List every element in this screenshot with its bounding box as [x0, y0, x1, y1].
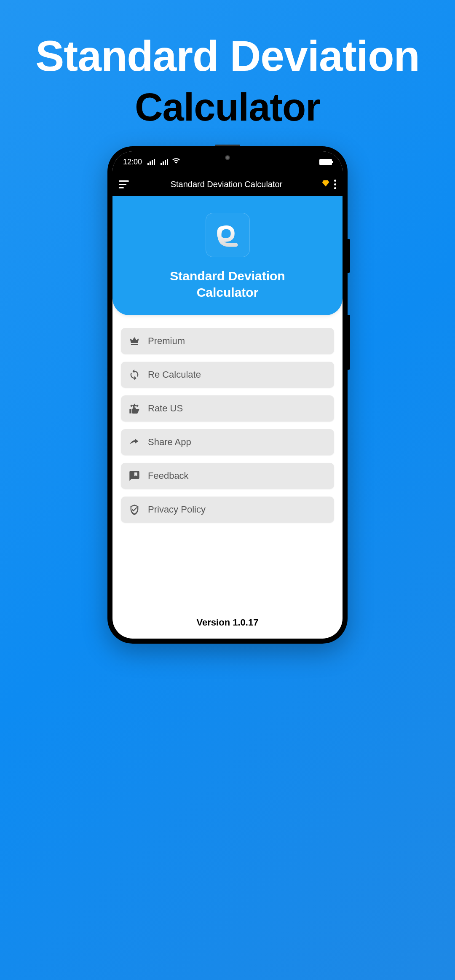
promo-title: Standard Deviation Calculator — [0, 0, 455, 129]
share-icon — [128, 436, 140, 448]
version-label: Version 1.0.17 — [112, 617, 343, 628]
phone-notch — [198, 151, 257, 164]
menu-label: Feedback — [148, 470, 189, 481]
menu-label: Privacy Policy — [148, 504, 206, 515]
battery-icon — [319, 159, 332, 165]
rate-icon — [128, 403, 140, 414]
feedback-icon — [128, 470, 140, 482]
premium-icon[interactable] — [321, 179, 330, 189]
promo-line2: Calculator — [0, 85, 455, 129]
signal-icon — [161, 159, 168, 165]
app-bar: Standard Deviation Calculator — [112, 172, 343, 196]
menu-item-premium[interactable]: Premium — [121, 328, 334, 354]
signal-icon — [147, 159, 155, 165]
app-bar-title: Standard Deviation Calculator — [131, 180, 321, 189]
shield-icon — [128, 504, 140, 516]
menu-item-recalculate[interactable]: Re Calculate — [121, 362, 334, 388]
status-time: 12:00 — [123, 158, 142, 166]
hero-title: Standard Deviation Calculator — [121, 268, 334, 301]
sigma-icon — [206, 213, 250, 257]
more-options-button[interactable] — [334, 180, 336, 189]
menu-item-rate[interactable]: Rate US — [121, 395, 334, 422]
menu-label: Share App — [148, 437, 191, 448]
phone-screen: 12:00 Standard Deviation Calculator — [112, 151, 343, 639]
menu-label: Re Calculate — [148, 369, 201, 380]
menu-list: Premium Re Calculate Rate US Share App — [112, 315, 343, 539]
refresh-icon — [128, 369, 140, 381]
promo-line1: Standard Deviation — [0, 32, 455, 81]
crown-icon — [128, 335, 140, 347]
hero-section: Standard Deviation Calculator — [112, 196, 343, 315]
menu-label: Premium — [148, 336, 185, 346]
menu-item-feedback[interactable]: Feedback — [121, 463, 334, 489]
menu-button[interactable] — [119, 180, 131, 188]
menu-item-privacy[interactable]: Privacy Policy — [121, 497, 334, 523]
phone-frame: 12:00 Standard Deviation Calculator — [107, 146, 348, 644]
wifi-icon — [172, 157, 180, 167]
menu-label: Rate US — [148, 403, 183, 414]
menu-item-share[interactable]: Share App — [121, 429, 334, 455]
